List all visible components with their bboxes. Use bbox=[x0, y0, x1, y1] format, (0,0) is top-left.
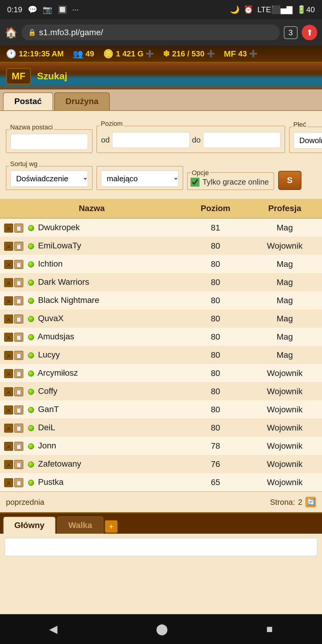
player-name[interactable]: Black Nightmare bbox=[38, 295, 99, 305]
online-indicator bbox=[28, 298, 34, 304]
sword-icon: ⚔ bbox=[4, 387, 13, 396]
pagination: poprzednia Strona: 2 🔄 bbox=[0, 491, 322, 512]
home-nav-button[interactable]: ⬤ bbox=[147, 620, 177, 638]
table-row[interactable]: ⚔ 📋 Pustka 65Wojownik bbox=[0, 473, 322, 491]
player-name-cell[interactable]: ⚔ 📋 QuvaX bbox=[0, 309, 183, 328]
online-indicator bbox=[28, 480, 34, 486]
energy-amount: 216 / 530 bbox=[172, 49, 204, 58]
add-gold-icon[interactable]: ➕ bbox=[146, 50, 154, 58]
game-time: 12:19:35 AM bbox=[19, 49, 64, 58]
browser-bar: 🏠 🔒 s1.mfo3.pl/game/ 3 ⬆ bbox=[0, 19, 322, 46]
player-name-cell[interactable]: ⚔ 📋 EmiLowaTy bbox=[0, 237, 183, 255]
player-name[interactable]: Zafetowany bbox=[38, 459, 81, 468]
player-name-cell[interactable]: ⚔ 📋 Ichtion bbox=[0, 255, 183, 273]
table-row[interactable]: ⚔ 📋 Zafetowany 76Wojownik bbox=[0, 455, 322, 473]
sword-icon: ⚔ bbox=[4, 369, 13, 378]
player-name-cell[interactable]: ⚔ 📋 Amudsjas bbox=[0, 328, 183, 346]
player-name-cell[interactable]: ⚔ 📋 Black Nightmare bbox=[0, 291, 183, 309]
player-name[interactable]: EmiLowaTy bbox=[38, 241, 81, 250]
table-row[interactable]: ⚔ 📋 Amudsjas 80Mag bbox=[0, 328, 322, 346]
character-name-input[interactable] bbox=[10, 134, 88, 150]
tab-fight[interactable]: Walka bbox=[57, 516, 103, 534]
player-name[interactable]: Jonn bbox=[38, 441, 56, 450]
main-content: Postać Drużyna Nazwa postaci Poziom bbox=[0, 89, 322, 512]
level-from-input[interactable] bbox=[112, 132, 190, 148]
player-level-cell: 80 bbox=[183, 400, 247, 419]
player-name[interactable]: Arcymiłosz bbox=[38, 368, 78, 377]
player-name[interactable]: GanT bbox=[38, 405, 59, 414]
sword-icon: ⚔ bbox=[4, 424, 13, 433]
player-profession-cell: Mag bbox=[247, 255, 322, 273]
instagram2-icon: 🔲 bbox=[58, 5, 67, 14]
player-name-cell[interactable]: ⚔ 📋 Lucyy bbox=[0, 346, 183, 364]
table-row[interactable]: ⚔ 📋 DeiL 80Wojownik bbox=[0, 419, 322, 437]
chat-input[interactable] bbox=[5, 538, 317, 556]
sort-by-select[interactable]: Doświadczenie Poziom Nazwa bbox=[10, 171, 88, 187]
table-row[interactable]: ⚔ 📋 Dwukropek 81Mag bbox=[0, 218, 322, 237]
player-name-cell[interactable]: ⚔ 📋 Zafetowany bbox=[0, 455, 183, 473]
player-profession-cell: Mag bbox=[247, 328, 322, 346]
player-name[interactable]: Amudsjas bbox=[38, 332, 74, 341]
row-icons: ⚔ 📋 bbox=[4, 442, 23, 451]
player-name[interactable]: DeiL bbox=[38, 423, 55, 432]
tab-count[interactable]: 3 bbox=[284, 26, 298, 39]
back-button[interactable]: ◀ bbox=[40, 620, 66, 638]
online-indicator bbox=[28, 462, 34, 467]
player-name[interactable]: QuvaX bbox=[38, 314, 64, 323]
upload-button[interactable]: ⬆ bbox=[302, 25, 317, 40]
player-name-cell[interactable]: ⚔ 📋 GanT bbox=[0, 400, 183, 419]
table-row[interactable]: ⚔ 📋 Arcymiłosz 80Wojownik bbox=[0, 364, 322, 382]
player-name[interactable]: Ichtion bbox=[38, 259, 63, 268]
player-name-cell[interactable]: ⚔ 📋 Arcymiłosz bbox=[0, 364, 183, 382]
table-row[interactable]: ⚔ 📋 QuvaX 80Mag bbox=[0, 309, 322, 328]
table-row[interactable]: ⚔ 📋 GanT 80Wojownik bbox=[0, 400, 322, 419]
player-profession-cell: Wojownik bbox=[247, 382, 322, 400]
player-name[interactable]: Lucyy bbox=[38, 350, 60, 359]
home-button[interactable]: 🏠 bbox=[5, 27, 17, 38]
player-name[interactable]: Pustka bbox=[38, 477, 64, 487]
prev-page[interactable]: poprzednia bbox=[6, 498, 44, 507]
add-energy-icon[interactable]: ➕ bbox=[207, 50, 215, 58]
table-row[interactable]: ⚔ 📋 Jonn 78Wojownik bbox=[0, 437, 322, 455]
online-indicator bbox=[28, 280, 34, 286]
level-to-input[interactable] bbox=[203, 132, 281, 148]
add-tab-button[interactable]: + bbox=[105, 520, 118, 533]
table-row[interactable]: ⚔ 📋 Ichtion 80Mag bbox=[0, 255, 322, 273]
player-name-cell[interactable]: ⚔ 📋 Dwukropek bbox=[0, 218, 183, 237]
online-only-checkbox[interactable] bbox=[191, 178, 199, 187]
mf-logo: MF bbox=[6, 68, 31, 84]
doc-icon: 📋 bbox=[14, 224, 23, 233]
sort-order-select[interactable]: malejąco rosnąco bbox=[101, 171, 179, 187]
player-name-cell[interactable]: ⚔ 📋 Pustka bbox=[0, 473, 183, 491]
table-row[interactable]: ⚔ 📋 Black Nightmare 80Mag bbox=[0, 291, 322, 309]
player-name-cell[interactable]: ⚔ 📋 DeiL bbox=[0, 419, 183, 437]
table-row[interactable]: ⚔ 📋 EmiLowaTy 80Wojownik bbox=[0, 237, 322, 255]
tab-postac[interactable]: Postać bbox=[3, 92, 53, 110]
player-name-cell[interactable]: ⚔ 📋 Jonn bbox=[0, 437, 183, 455]
player-name[interactable]: Dark Warriors bbox=[38, 277, 89, 287]
url-bar[interactable]: 🔒 s1.mfo3.pl/game/ bbox=[21, 25, 280, 40]
sex-select[interactable]: Dowolna Mężczyzna Kobieta bbox=[294, 132, 322, 148]
doc-icon: 📋 bbox=[14, 424, 23, 433]
recents-button[interactable]: ■ bbox=[257, 620, 282, 638]
refresh-icon[interactable]: 🔄 bbox=[305, 497, 316, 507]
tab-druzyna[interactable]: Drużyna bbox=[54, 92, 110, 110]
online-indicator bbox=[28, 389, 34, 395]
blank-area bbox=[0, 560, 322, 620]
character-name-group: Nazwa postaci bbox=[6, 120, 92, 153]
player-name-cell[interactable]: ⚔ 📋 Dark Warriors bbox=[0, 273, 183, 291]
player-name[interactable]: Coffy bbox=[38, 386, 58, 396]
table-row[interactable]: ⚔ 📋 Lucyy 80Mag bbox=[0, 346, 322, 364]
player-name[interactable]: Dwukropek bbox=[38, 223, 80, 232]
table-row[interactable]: ⚔ 📋 Dark Warriors 80Mag bbox=[0, 273, 322, 291]
search-button[interactable]: S bbox=[278, 171, 302, 190]
online-only-label: Tylko gracze online bbox=[202, 177, 269, 187]
player-name-cell[interactable]: ⚔ 📋 Coffy bbox=[0, 382, 183, 400]
bottom-tabs: Główny Walka + bbox=[0, 513, 322, 534]
clock-icon: 🕐 bbox=[6, 49, 16, 59]
tab-main[interactable]: Główny bbox=[3, 516, 56, 534]
mf-amount: 43 bbox=[238, 49, 247, 58]
col-level: Poziom bbox=[183, 199, 247, 218]
add-mf-icon[interactable]: ➕ bbox=[249, 50, 257, 58]
table-row[interactable]: ⚔ 📋 Coffy 80Wojownik bbox=[0, 382, 322, 400]
